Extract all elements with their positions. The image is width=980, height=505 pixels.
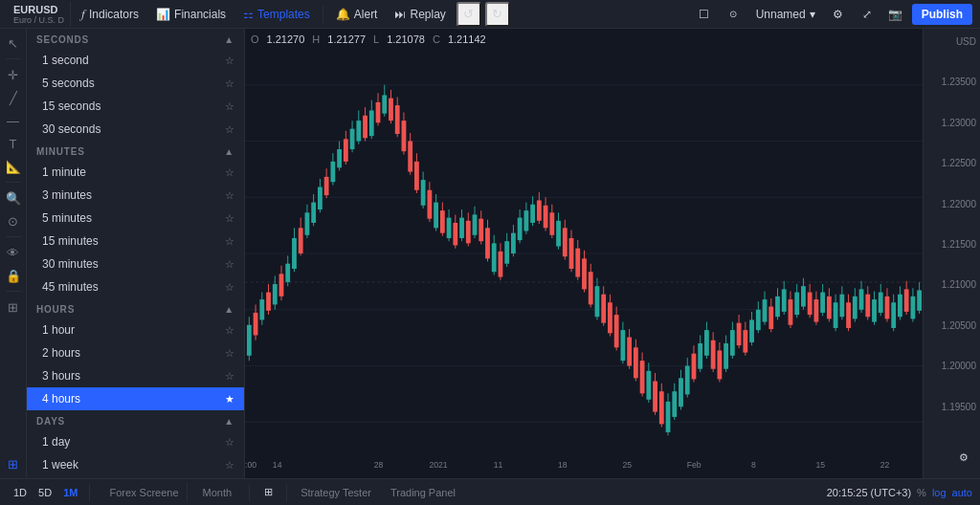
star-5seconds-icon[interactable]: ☆ <box>225 77 234 90</box>
chart-name-label: Unnamed <box>756 8 806 21</box>
star-15minutes-icon[interactable]: ☆ <box>225 235 234 248</box>
strategy-tester-tab[interactable]: Strategy Tester <box>293 485 379 500</box>
tool-separator-4 <box>6 291 21 292</box>
indicators-button[interactable]: 𝑓 Indicators <box>75 4 145 25</box>
financials-label: Financials <box>174 8 226 21</box>
auto-button[interactable]: auto <box>952 487 972 498</box>
zoom-tool[interactable]: 🔍 <box>3 187 24 209</box>
price-chart[interactable]: :00 14 28 2021 11 18 25 Feb 8 15 22 <box>245 29 923 478</box>
period-5d-button[interactable]: 5D <box>33 485 57 500</box>
templates-button[interactable]: ⚏ Templates <box>236 5 317 24</box>
line-tool[interactable]: ╱ <box>3 87 24 108</box>
tf-30seconds[interactable]: 30 seconds ☆ <box>27 118 244 141</box>
price-label-1: USD <box>927 36 976 47</box>
period-1m-button[interactable]: 1M <box>57 485 83 500</box>
tf-1hour[interactable]: 1 hour ☆ <box>27 318 244 341</box>
log-button[interactable]: log <box>932 487 947 498</box>
star-1hour-icon[interactable]: ☆ <box>225 324 234 337</box>
tf-2hours[interactable]: 2 hours ☆ <box>27 341 244 364</box>
star-1week-icon[interactable]: ☆ <box>225 459 234 472</box>
month-label: Month <box>197 485 238 500</box>
alert-button[interactable]: 🔔 Alert <box>329 5 385 24</box>
star-2hours-icon[interactable]: ☆ <box>225 347 234 360</box>
star-1minute-icon[interactable]: ☆ <box>225 166 234 179</box>
tf-4hours[interactable]: 4 hours ★ <box>27 387 244 410</box>
high-value: 1.21277 <box>327 33 366 45</box>
star-45minutes-icon[interactable]: ☆ <box>225 281 234 294</box>
minutes-chevron-icon: ▲ <box>224 146 234 157</box>
layers-tool[interactable]: ⊞ <box>3 296 24 318</box>
svg-text::00: :00 <box>245 460 256 471</box>
star-30seconds-icon[interactable]: ☆ <box>225 123 234 136</box>
price-label-5: 1.22000 <box>927 199 976 209</box>
indicators-label: Indicators <box>89 8 139 21</box>
tf-1month[interactable]: 1 month ☆ <box>27 476 244 478</box>
tf-30minutes[interactable]: 30 minutes ☆ <box>27 252 244 275</box>
price-axis: USD 1.23500 1.23000 1.22500 1.22000 1.21… <box>923 29 980 478</box>
alert-label: Alert <box>354 8 378 21</box>
chart-area[interactable]: O 1.21270 H 1.21277 L 1.21078 C 1.21142 <box>245 29 923 478</box>
tf-3minutes[interactable]: 3 minutes ☆ <box>27 184 244 207</box>
star-15seconds-icon[interactable]: ☆ <box>225 100 234 113</box>
price-label-10: 1.19500 <box>927 402 976 412</box>
chart-layout-icon[interactable]: ⊞ <box>256 480 280 505</box>
financials-button[interactable]: 📊 Financials <box>149 5 233 24</box>
redo-button[interactable]: ↻ <box>485 2 510 27</box>
star-1second-icon[interactable]: ☆ <box>225 55 234 67</box>
tf-1minute[interactable]: 1 minute ☆ <box>27 161 244 184</box>
financials-icon: 📊 <box>156 8 170 21</box>
chart-settings-icon[interactable]: ⚙ <box>826 2 851 27</box>
tf-1second[interactable]: 1 second ☆ <box>27 49 244 72</box>
tf-3hours[interactable]: 3 hours ☆ <box>27 364 244 387</box>
tf-45minutes[interactable]: 45 minutes ☆ <box>27 275 244 298</box>
square-icon[interactable]: ☐ <box>692 2 717 27</box>
snapshot-icon[interactable]: 📷 <box>883 2 908 27</box>
low-value: 1.21078 <box>387 33 425 45</box>
chart-name-button[interactable]: Unnamed ▾ <box>749 5 822 24</box>
minutes-section-header: MINUTES ▲ <box>27 141 244 161</box>
hline-tool[interactable]: — <box>3 110 24 131</box>
tool-separator-2 <box>6 182 21 183</box>
tf-15minutes[interactable]: 15 minutes ☆ <box>27 230 244 252</box>
eye-tool[interactable]: 👁 <box>3 242 24 263</box>
star-4hours-icon[interactable]: ★ <box>225 393 234 406</box>
days-chevron-icon: ▲ <box>224 416 234 427</box>
svg-text:22: 22 <box>880 460 890 471</box>
price-axis-settings-icon[interactable]: ⚙ <box>951 446 976 471</box>
star-5minutes-icon[interactable]: ☆ <box>225 212 234 225</box>
forex-screener-tab[interactable]: Forex Screene <box>101 483 187 502</box>
bottom-sep-2 <box>249 484 250 501</box>
crosshair-tool[interactable]: ✛ <box>3 64 24 85</box>
publish-button[interactable]: Publish <box>912 4 972 25</box>
magnet-tool[interactable]: ⊙ <box>3 210 24 231</box>
replay-button[interactable]: ⏭ Replay <box>388 5 452 24</box>
trading-panel-tab[interactable]: Trading Panel <box>383 485 463 500</box>
star-30minutes-icon[interactable]: ☆ <box>225 258 234 271</box>
left-toolbar: ↖ ✛ ╱ — T 📐 🔍 ⊙ 👁 🔒 ⊞ ⊞ <box>0 29 27 478</box>
seconds-chevron-icon: ▲ <box>224 34 234 45</box>
svg-text:18: 18 <box>558 460 568 471</box>
tf-5minutes[interactable]: 5 minutes ☆ <box>27 207 244 230</box>
star-3hours-icon[interactable]: ☆ <box>225 370 234 383</box>
screener-tool[interactable]: ⊞ <box>3 453 24 474</box>
text-tool[interactable]: T <box>3 133 24 154</box>
cursor-tool[interactable]: ↖ <box>3 33 24 54</box>
price-label-2: 1.23500 <box>927 77 976 87</box>
svg-text:Feb: Feb <box>687 460 702 471</box>
tf-15seconds[interactable]: 15 seconds ☆ <box>27 95 244 118</box>
tf-1week[interactable]: 1 week ☆ <box>27 453 244 476</box>
replay-icon: ⏭ <box>394 8 406 21</box>
seconds-section-header: SECONDS ▲ <box>27 29 244 49</box>
toolbar-right: ☐ ⊙ Unnamed ▾ ⚙ ⤢ 📷 Publish <box>692 2 972 27</box>
templates-icon: ⚏ <box>243 8 254 21</box>
star-3minutes-icon[interactable]: ☆ <box>225 189 234 202</box>
fullscreen-icon[interactable]: ⤢ <box>855 2 880 27</box>
star-1day-icon[interactable]: ☆ <box>225 436 234 449</box>
measure-tool[interactable]: 📐 <box>3 156 24 177</box>
period-1d-button[interactable]: 1D <box>8 485 33 500</box>
tf-5seconds[interactable]: 5 seconds ☆ <box>27 72 244 95</box>
tf-1day[interactable]: 1 day ☆ <box>27 430 244 453</box>
undo-button[interactable]: ↺ <box>457 2 481 27</box>
symbol-desc: Euro / U.S. D <box>13 15 64 25</box>
lock-tool[interactable]: 🔒 <box>3 265 24 286</box>
